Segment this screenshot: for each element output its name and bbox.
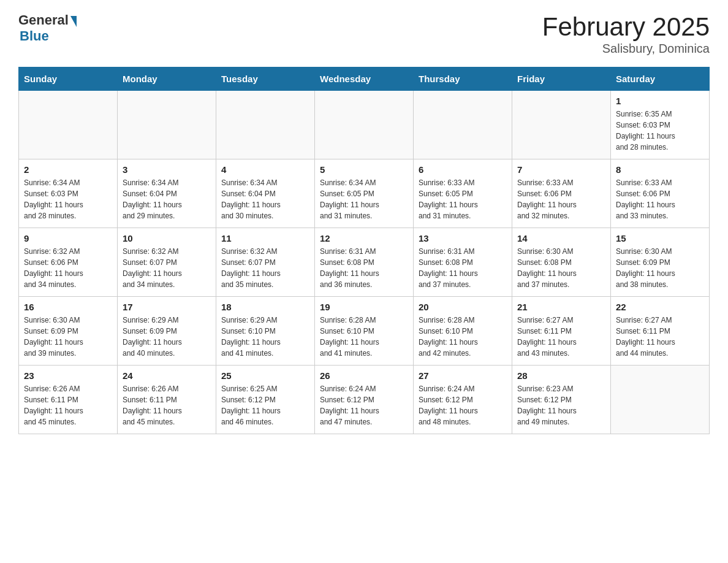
day-info: Sunrise: 6:32 AM Sunset: 6:07 PM Dayligh… — [123, 246, 211, 290]
day-number: 26 — [320, 370, 408, 381]
day-number: 18 — [221, 302, 309, 312]
day-number: 20 — [419, 302, 507, 312]
day-number: 15 — [616, 233, 704, 243]
calendar-cell — [414, 91, 512, 159]
calendar-cell — [512, 91, 611, 159]
day-info: Sunrise: 6:31 AM Sunset: 6:08 PM Dayligh… — [419, 246, 507, 290]
day-info: Sunrise: 6:34 AM Sunset: 6:04 PM Dayligh… — [221, 177, 309, 221]
day-number: 7 — [517, 164, 605, 175]
day-info: Sunrise: 6:24 AM Sunset: 6:12 PM Dayligh… — [419, 383, 507, 427]
day-number: 24 — [123, 370, 211, 381]
day-info: Sunrise: 6:29 AM Sunset: 6:09 PM Dayligh… — [123, 315, 211, 359]
calendar-cell — [315, 91, 414, 159]
calendar-cell: 17Sunrise: 6:29 AM Sunset: 6:09 PM Dayli… — [118, 297, 216, 366]
day-info: Sunrise: 6:34 AM Sunset: 6:03 PM Dayligh… — [24, 177, 112, 221]
day-number: 10 — [123, 233, 211, 243]
day-number: 8 — [616, 164, 704, 175]
day-info: Sunrise: 6:24 AM Sunset: 6:12 PM Dayligh… — [320, 383, 408, 427]
day-number: 22 — [616, 302, 704, 312]
title-block: February 2025 Salisbury, Dominica — [542, 12, 710, 56]
calendar-cell: 8Sunrise: 6:33 AM Sunset: 6:06 PM Daylig… — [611, 159, 710, 228]
calendar-week-row: 2Sunrise: 6:34 AM Sunset: 6:03 PM Daylig… — [19, 159, 710, 228]
calendar-subtitle: Salisbury, Dominica — [542, 42, 710, 56]
calendar-header-row: SundayMondayTuesdayWednesdayThursdayFrid… — [19, 67, 710, 91]
day-info: Sunrise: 6:33 AM Sunset: 6:06 PM Dayligh… — [616, 177, 704, 221]
day-info: Sunrise: 6:34 AM Sunset: 6:04 PM Dayligh… — [123, 177, 211, 221]
page-header: General Blue February 2025 Salisbury, Do… — [18, 12, 710, 56]
day-info: Sunrise: 6:30 AM Sunset: 6:08 PM Dayligh… — [517, 246, 605, 290]
calendar-week-row: 1Sunrise: 6:35 AM Sunset: 6:03 PM Daylig… — [19, 91, 710, 159]
calendar-cell: 19Sunrise: 6:28 AM Sunset: 6:10 PM Dayli… — [315, 297, 414, 366]
day-number: 13 — [419, 233, 507, 243]
day-number: 3 — [123, 164, 211, 175]
logo-blue-text: Blue — [20, 28, 49, 44]
calendar-cell: 22Sunrise: 6:27 AM Sunset: 6:11 PM Dayli… — [611, 297, 710, 366]
day-number: 12 — [320, 233, 408, 243]
day-number: 9 — [24, 233, 112, 243]
day-info: Sunrise: 6:32 AM Sunset: 6:06 PM Dayligh… — [24, 246, 112, 290]
day-number: 2 — [24, 164, 112, 175]
day-info: Sunrise: 6:25 AM Sunset: 6:12 PM Dayligh… — [221, 383, 309, 427]
day-info: Sunrise: 6:32 AM Sunset: 6:07 PM Dayligh… — [221, 246, 309, 290]
day-number: 11 — [221, 233, 309, 243]
calendar-title: February 2025 — [542, 12, 710, 42]
calendar-cell — [118, 91, 216, 159]
calendar-cell: 12Sunrise: 6:31 AM Sunset: 6:08 PM Dayli… — [315, 228, 414, 297]
day-number: 6 — [419, 164, 507, 175]
day-number: 27 — [419, 370, 507, 381]
calendar-cell — [611, 366, 710, 434]
calendar-cell: 24Sunrise: 6:26 AM Sunset: 6:11 PM Dayli… — [118, 366, 216, 434]
calendar-cell: 3Sunrise: 6:34 AM Sunset: 6:04 PM Daylig… — [118, 159, 216, 228]
calendar-cell: 20Sunrise: 6:28 AM Sunset: 6:10 PM Dayli… — [414, 297, 512, 366]
calendar-cell: 15Sunrise: 6:30 AM Sunset: 6:09 PM Dayli… — [611, 228, 710, 297]
day-info: Sunrise: 6:28 AM Sunset: 6:10 PM Dayligh… — [419, 315, 507, 359]
day-info: Sunrise: 6:33 AM Sunset: 6:06 PM Dayligh… — [517, 177, 605, 221]
calendar-cell: 16Sunrise: 6:30 AM Sunset: 6:09 PM Dayli… — [19, 297, 118, 366]
day-number: 25 — [221, 370, 309, 381]
calendar-cell: 14Sunrise: 6:30 AM Sunset: 6:08 PM Dayli… — [512, 228, 611, 297]
day-info: Sunrise: 6:30 AM Sunset: 6:09 PM Dayligh… — [616, 246, 704, 290]
calendar-cell — [216, 91, 315, 159]
calendar-cell: 9Sunrise: 6:32 AM Sunset: 6:06 PM Daylig… — [19, 228, 118, 297]
day-info: Sunrise: 6:33 AM Sunset: 6:05 PM Dayligh… — [419, 177, 507, 221]
calendar-cell: 11Sunrise: 6:32 AM Sunset: 6:07 PM Dayli… — [216, 228, 315, 297]
day-info: Sunrise: 6:27 AM Sunset: 6:11 PM Dayligh… — [616, 315, 704, 359]
calendar-cell: 25Sunrise: 6:25 AM Sunset: 6:12 PM Dayli… — [216, 366, 315, 434]
day-info: Sunrise: 6:35 AM Sunset: 6:03 PM Dayligh… — [616, 109, 704, 153]
calendar-cell: 10Sunrise: 6:32 AM Sunset: 6:07 PM Dayli… — [118, 228, 216, 297]
calendar-cell: 28Sunrise: 6:23 AM Sunset: 6:12 PM Dayli… — [512, 366, 611, 434]
calendar-cell: 4Sunrise: 6:34 AM Sunset: 6:04 PM Daylig… — [216, 159, 315, 228]
calendar-cell: 5Sunrise: 6:34 AM Sunset: 6:05 PM Daylig… — [315, 159, 414, 228]
logo: General Blue — [18, 12, 77, 44]
day-number: 4 — [221, 164, 309, 175]
day-info: Sunrise: 6:26 AM Sunset: 6:11 PM Dayligh… — [24, 383, 112, 427]
day-number: 14 — [517, 233, 605, 243]
day-number: 5 — [320, 164, 408, 175]
day-info: Sunrise: 6:23 AM Sunset: 6:12 PM Dayligh… — [517, 383, 605, 427]
calendar-cell: 23Sunrise: 6:26 AM Sunset: 6:11 PM Dayli… — [19, 366, 118, 434]
day-number: 17 — [123, 302, 211, 312]
day-info: Sunrise: 6:28 AM Sunset: 6:10 PM Dayligh… — [320, 315, 408, 359]
weekday-header: Thursday — [414, 67, 512, 91]
day-number: 21 — [517, 302, 605, 312]
calendar-cell: 26Sunrise: 6:24 AM Sunset: 6:12 PM Dayli… — [315, 366, 414, 434]
day-info: Sunrise: 6:30 AM Sunset: 6:09 PM Dayligh… — [24, 315, 112, 359]
calendar-cell: 27Sunrise: 6:24 AM Sunset: 6:12 PM Dayli… — [414, 366, 512, 434]
logo-general-text: General — [18, 12, 69, 28]
logo-arrow-icon — [70, 16, 77, 27]
day-number: 28 — [517, 370, 605, 381]
calendar-cell: 21Sunrise: 6:27 AM Sunset: 6:11 PM Dayli… — [512, 297, 611, 366]
calendar-cell: 2Sunrise: 6:34 AM Sunset: 6:03 PM Daylig… — [19, 159, 118, 228]
calendar-cell — [19, 91, 118, 159]
calendar-cell: 6Sunrise: 6:33 AM Sunset: 6:05 PM Daylig… — [414, 159, 512, 228]
weekday-header: Friday — [512, 67, 611, 91]
day-info: Sunrise: 6:29 AM Sunset: 6:10 PM Dayligh… — [221, 315, 309, 359]
weekday-header: Saturday — [611, 67, 710, 91]
calendar-cell: 13Sunrise: 6:31 AM Sunset: 6:08 PM Dayli… — [414, 228, 512, 297]
calendar-week-row: 23Sunrise: 6:26 AM Sunset: 6:11 PM Dayli… — [19, 366, 710, 434]
calendar-cell: 18Sunrise: 6:29 AM Sunset: 6:10 PM Dayli… — [216, 297, 315, 366]
calendar-week-row: 16Sunrise: 6:30 AM Sunset: 6:09 PM Dayli… — [19, 297, 710, 366]
calendar-table: SundayMondayTuesdayWednesdayThursdayFrid… — [18, 67, 710, 434]
day-info: Sunrise: 6:27 AM Sunset: 6:11 PM Dayligh… — [517, 315, 605, 359]
weekday-header: Sunday — [19, 67, 118, 91]
